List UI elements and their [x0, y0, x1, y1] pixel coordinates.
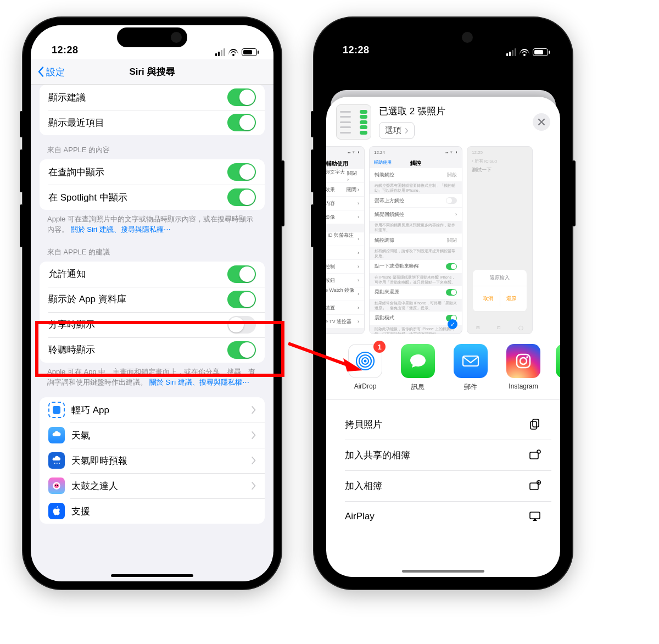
cell-show-on-listen[interactable]: 聆聽時顯示 — [40, 337, 265, 363]
group-apps: 輕巧 App 天氣 天氣即時預報 — [40, 397, 265, 524]
status-time: 12:28 — [343, 45, 370, 56]
selected-check-icon: ✓ — [448, 319, 457, 329]
action-add-album[interactable]: 加入相簿 — [335, 470, 551, 501]
share-app-airdrop[interactable]: 1 AirDrop — [345, 344, 386, 392]
svg-point-3 — [59, 463, 60, 464]
preview-1[interactable]: •• ᯤ ▮ 輔助使用 顯示與文字大小關閉 › 動態效果關閉 › 音訊內容› 語… — [326, 146, 365, 334]
copy-icon — [528, 418, 541, 431]
share-title: 已選取 2 張照片 — [379, 105, 525, 118]
screen-settings: 12:28 設定 Siri 與搜尋 顯示建議 顯示最近項目 — [31, 25, 273, 581]
svg-point-2 — [57, 463, 58, 464]
battery-icon — [533, 48, 548, 56]
settings-scroll[interactable]: 顯示建議 顯示最近項目 來自 APPLE 的內容 在查詢中顯示 在 Spotli… — [31, 85, 273, 581]
share-app-messages[interactable]: 訊息 — [398, 344, 438, 392]
svg-point-21 — [537, 450, 540, 453]
svg-point-13 — [364, 360, 367, 363]
cell-app-support[interactable]: 支援 — [40, 498, 265, 524]
apple-support-icon — [48, 503, 65, 519]
chevron-right-icon — [251, 456, 256, 465]
link-siri-privacy-1[interactable]: 關於 Siri 建議、搜尋與隱私權⋯ — [71, 225, 171, 234]
footer-apple-content: Apple 可在查詢照片中的文字或物品時顯示內容，或在搜尋時顯示內容。 關於 S… — [31, 210, 273, 237]
cell-show-in-lookup[interactable]: 在查詢中顯示 — [40, 159, 265, 185]
cell-show-suggestions[interactable]: 顯示建議 — [40, 85, 265, 110]
home-indicator[interactable] — [402, 570, 484, 573]
dynamic-island — [408, 27, 478, 47]
status-indicators — [506, 48, 548, 56]
cell-app-weather[interactable]: 天氣 — [40, 423, 265, 448]
close-icon — [538, 118, 545, 126]
svg-point-1 — [54, 463, 55, 464]
app-clip-icon — [48, 402, 65, 418]
wifi-icon — [520, 49, 529, 56]
album-add-icon — [528, 479, 541, 492]
shared-album-icon — [528, 448, 541, 462]
chevron-right-icon — [405, 127, 409, 134]
share-app-instagram[interactable]: Instagram — [503, 344, 544, 392]
cell-show-app-lib[interactable]: 顯示於 App 資料庫 — [40, 287, 265, 312]
battery-icon — [242, 48, 257, 56]
airdrop-badge: 1 — [373, 341, 386, 353]
svg-rect-18 — [533, 419, 539, 427]
share-app-more[interactable] — [556, 344, 560, 392]
svg-rect-19 — [530, 421, 537, 429]
preview-3[interactable]: 12:25 ‹ 所有 iCloud 測試一下 還原輸入 取消 還原 ⊞⊡◯ — [467, 146, 533, 334]
cell-app-clip[interactable]: 輕巧 App — [40, 397, 265, 423]
airdrop-icon: 1 — [348, 344, 382, 378]
chevron-right-icon — [251, 406, 256, 414]
svg-point-17 — [526, 356, 528, 358]
back-button[interactable]: 設定 — [37, 65, 65, 78]
nav-bar: 設定 Siri 與搜尋 — [31, 59, 273, 85]
svg-point-5 — [54, 484, 59, 488]
svg-point-6 — [55, 485, 56, 486]
action-copy-photo[interactable]: 拷貝照片 — [335, 409, 551, 440]
signal-icon — [215, 48, 225, 56]
signal-icon — [506, 48, 516, 56]
toggle-show-on-listen[interactable] — [227, 341, 256, 359]
chevron-right-icon — [251, 481, 256, 490]
cell-app-taiko[interactable]: 太鼓之達人 — [40, 473, 265, 498]
group-top: 顯示建議 顯示最近項目 — [40, 85, 265, 135]
toggle-show-in-lookup[interactable] — [227, 163, 256, 181]
action-airplay[interactable]: AirPlay — [335, 501, 551, 532]
svg-point-16 — [520, 358, 527, 364]
toggle-show-app-lib[interactable] — [227, 291, 256, 308]
toggle-show-on-share[interactable] — [227, 316, 256, 334]
share-thumbnail — [336, 104, 371, 140]
share-apps-row[interactable]: 1 AirDrop 訊息 郵件 — [326, 334, 560, 400]
group-apple-content: 在查詢中顯示 在 Spotlight 中顯示 — [40, 159, 265, 210]
share-header: 已選取 2 張照片 選項 — [326, 97, 560, 146]
airplay-icon — [528, 510, 541, 523]
phone-right: 12:28 已選取 2 張照片 選項 — [314, 18, 572, 589]
share-actions: 拷貝照片 加入共享的相簿 加入相簿 AirPlay — [335, 409, 551, 532]
share-app-mail[interactable]: 郵件 — [450, 344, 491, 392]
chevron-left-icon — [37, 66, 44, 77]
cell-app-weather-now[interactable]: 天氣即時預報 — [40, 448, 265, 473]
mail-icon — [454, 344, 488, 378]
back-label: 設定 — [46, 65, 65, 78]
cell-show-recents[interactable]: 顯示最近項目 — [40, 110, 265, 135]
phone-left: 12:28 設定 Siri 與搜尋 顯示建議 顯示最近項目 — [23, 18, 281, 589]
group-apple-suggestions: 允許通知 顯示於 App 資料庫 分享時顯示 聆聽時顯示 — [40, 262, 265, 363]
footer-apple-suggestions: Apple 可在 App 中、主畫面和鎖定畫面上，或在你分享、搜尋、查詢字詞和使… — [31, 363, 273, 390]
toggle-show-suggestions[interactable] — [227, 88, 256, 106]
dynamic-island — [117, 27, 187, 47]
cell-show-on-share[interactable]: 分享時顯示 — [40, 312, 265, 337]
link-siri-privacy-2[interactable]: 關於 Siri 建議、搜尋與隱私權⋯ — [149, 378, 249, 386]
toggle-show-in-spotlight[interactable] — [227, 188, 256, 206]
share-sheet: 已選取 2 張照片 選項 •• ᯤ ▮ 輔助使用 顯示與文字大小關閉 › — [326, 97, 560, 577]
action-add-shared-album[interactable]: 加入共享的相簿 — [335, 440, 551, 470]
home-indicator[interactable] — [111, 574, 193, 577]
cell-allow-notif[interactable]: 允許通知 — [40, 262, 265, 287]
svg-rect-15 — [517, 354, 530, 368]
preview-scroll[interactable]: •• ᯤ ▮ 輔助使用 顯示與文字大小關閉 › 動態效果關閉 › 音訊內容› 語… — [326, 146, 560, 334]
toggle-show-recents[interactable] — [227, 114, 256, 131]
chevron-right-icon — [251, 431, 256, 440]
header-apple-suggestions: 來自 APPLE 的建議 — [31, 237, 273, 262]
close-button[interactable] — [533, 113, 550, 131]
taiko-icon — [48, 478, 65, 494]
share-options-button[interactable]: 選項 — [379, 122, 415, 139]
preview-2[interactable]: 12:24•• ᯤ ▮ 輔助使用 觸控 輔助觸控開啟 若觸控螢幕有困難或需要轉換… — [369, 146, 462, 334]
status-time: 12:28 — [52, 45, 79, 56]
toggle-allow-notif[interactable] — [227, 265, 256, 283]
cell-show-in-spotlight[interactable]: 在 Spotlight 中顯示 — [40, 185, 265, 210]
